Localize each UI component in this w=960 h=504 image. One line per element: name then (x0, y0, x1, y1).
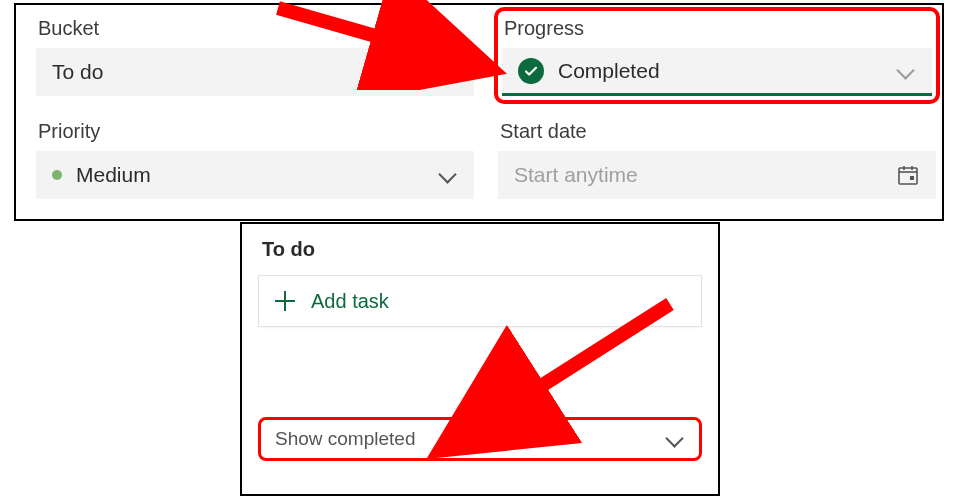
svg-rect-0 (899, 168, 917, 184)
chevron-down-icon (438, 165, 458, 185)
chevron-down-icon (665, 429, 685, 449)
progress-field: Progress Completed (498, 11, 936, 104)
show-completed-toggle[interactable]: Show completed 1 (258, 417, 702, 461)
startdate-input[interactable]: Start anytime (498, 151, 936, 199)
calendar-icon (896, 163, 920, 187)
startdate-field: Start date Start anytime (498, 114, 936, 199)
priority-label: Priority (38, 120, 474, 143)
startdate-placeholder: Start anytime (514, 163, 638, 187)
progress-select[interactable]: Completed (502, 48, 932, 96)
bucket-value: To do (52, 60, 103, 84)
column-title: To do (262, 238, 698, 261)
bucket-label: Bucket (38, 17, 474, 40)
check-circle-icon (518, 58, 544, 84)
chevron-down-icon (896, 61, 916, 81)
bucket-select[interactable]: To do (36, 48, 474, 96)
startdate-label: Start date (500, 120, 936, 143)
bucket-column-panel: To do Add task Show completed 1 (240, 222, 720, 496)
plus-icon (275, 291, 295, 311)
chevron-down-icon (438, 62, 458, 82)
progress-label: Progress (504, 17, 932, 40)
bucket-field: Bucket To do (36, 11, 474, 104)
priority-select[interactable]: Medium (36, 151, 474, 199)
show-completed-count: 1 (441, 428, 452, 450)
task-detail-panel: Bucket To do Progress Completed (14, 3, 944, 221)
progress-value: Completed (558, 59, 660, 83)
priority-dot-icon (52, 170, 62, 180)
form-grid: Bucket To do Progress Completed (16, 5, 942, 199)
show-completed-label: Show completed (275, 428, 415, 450)
svg-rect-4 (910, 176, 914, 180)
priority-value: Medium (76, 163, 151, 187)
add-task-label: Add task (311, 290, 389, 313)
add-task-button[interactable]: Add task (258, 275, 702, 327)
priority-field: Priority Medium (36, 114, 474, 199)
progress-highlight: Progress Completed (494, 7, 940, 104)
